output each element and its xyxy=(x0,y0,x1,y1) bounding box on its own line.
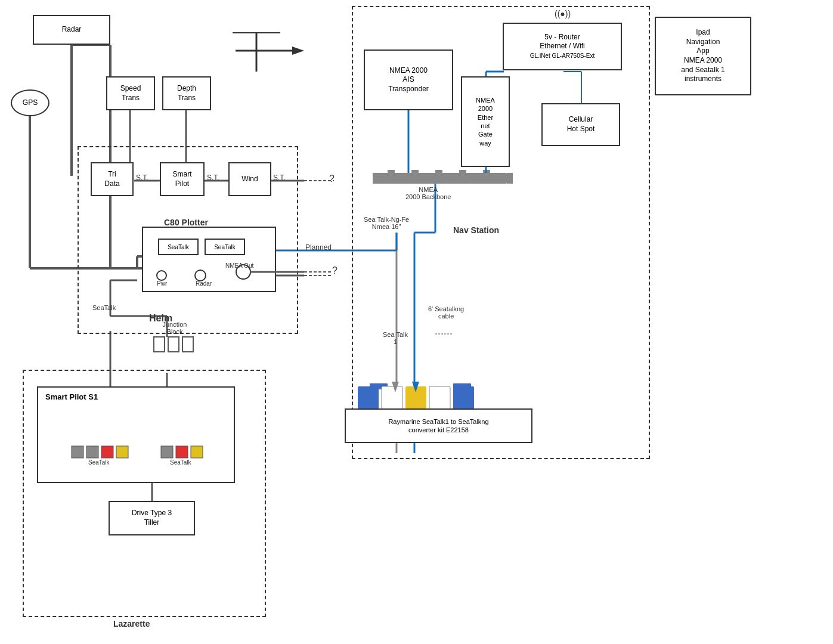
smart-pilot-s1-label: Smart Pilot S1 xyxy=(45,392,98,402)
svg-rect-69 xyxy=(182,337,193,352)
nmea-backbone-label: NMEA2000 Backbone xyxy=(405,186,451,200)
raymarine-converter-box: Raymarine SeaTalk1 to SeaTalkngconverter… xyxy=(345,408,532,443)
seatalk-box-1: SeaTalk xyxy=(158,239,199,255)
tri-data-label: TriData xyxy=(104,170,119,188)
question-2: ? xyxy=(332,265,337,276)
st-label-2: S.T. xyxy=(207,174,219,182)
tri-data-box: TriData xyxy=(91,162,134,196)
nmea2000-ais-label: NMEA 2000AISTransponder xyxy=(388,66,429,94)
speed-trans-box: SpeedTrans xyxy=(106,76,155,110)
radar-circle-label: Radar xyxy=(196,280,212,287)
drive-type3-label: Drive Type 3Tiller xyxy=(132,509,172,527)
nmea-out-label: NMEA Out xyxy=(225,262,253,269)
router-box: 5v - RouterEthernet / WifiGL.iNet GL-AR7… xyxy=(503,23,622,70)
seatalk-box-2: SeaTalk xyxy=(205,239,245,255)
depth-trans-box: DepthTrans xyxy=(162,76,211,110)
pwr-label: Pwr xyxy=(157,280,167,287)
depth-trans-label: DepthTrans xyxy=(177,84,196,103)
smart-pilot-helm-label: SmartPilot xyxy=(172,170,191,188)
lazarette-label: Lazarette xyxy=(113,619,150,628)
smart-pilot-helm-box: SmartPilot xyxy=(160,162,205,196)
gps-label: GPS xyxy=(23,98,38,108)
diagram-container: Radar GPS SpeedTrans DepthTrans Helm Tri… xyxy=(0,0,833,644)
seatalk-right-label: SeaTalk xyxy=(170,459,191,466)
planned-label: Planned xyxy=(305,243,332,252)
wind-label: Wind xyxy=(241,175,258,184)
router-label: 5v - RouterEthernet / WifiGL.iNet GL-AR7… xyxy=(530,33,594,61)
cellular-label: CellularHot Spot xyxy=(567,115,595,134)
wifi-symbol: ((●)) xyxy=(555,9,571,18)
nmea2000-ais-box: NMEA 2000AISTransponder xyxy=(364,49,453,110)
svg-rect-68 xyxy=(168,337,179,352)
drive-type3-box: Drive Type 3Tiller xyxy=(109,501,195,535)
c80-plotter-label: C80 Plotter xyxy=(164,218,208,227)
smart-pilot-s1-box: Smart Pilot S1 xyxy=(37,386,235,483)
wind-box: Wind xyxy=(228,162,271,196)
seatalk-cable-label: 6' Seatalkngcable xyxy=(428,305,464,320)
nmea-gateway-label: NMEA2000EthernetGateway xyxy=(476,96,495,147)
seatalk-ng-fe-label: Sea Talk-Ng-FeNmea 16" xyxy=(364,216,409,230)
gps-box: GPS xyxy=(11,89,49,116)
radar-box: Radar xyxy=(33,15,110,45)
st-label-3: S.T. xyxy=(273,174,286,182)
nav-station-label: Nav Station xyxy=(453,225,499,235)
st-label-1: S.T. xyxy=(136,174,148,182)
cellular-box: CellularHot Spot xyxy=(541,103,620,146)
ipad-box: IpadNavigationAppNMEA 2000and Seatalk 1i… xyxy=(655,17,751,95)
speed-trans-label: SpeedTrans xyxy=(120,84,141,103)
svg-rect-67 xyxy=(154,337,165,352)
seatalk-main-label: SeaTalk xyxy=(92,304,116,311)
ipad-label: IpadNavigationAppNMEA 2000and Seatalk 1i… xyxy=(681,28,724,84)
radar-label: Radar xyxy=(62,25,82,35)
junction-block-label: JunctionBlock xyxy=(154,321,196,335)
nmea-gateway-box: NMEA2000EthernetGateway xyxy=(461,76,510,167)
raymarine-converter-label: Raymarine SeaTalk1 to SeaTalkngconverter… xyxy=(388,417,488,435)
sea-talk-1-label: Sea Talk1 xyxy=(383,331,408,345)
seatalk-left-label: SeaTalk xyxy=(88,459,110,466)
question-1: ? xyxy=(329,174,335,184)
svg-marker-20 xyxy=(292,47,304,55)
